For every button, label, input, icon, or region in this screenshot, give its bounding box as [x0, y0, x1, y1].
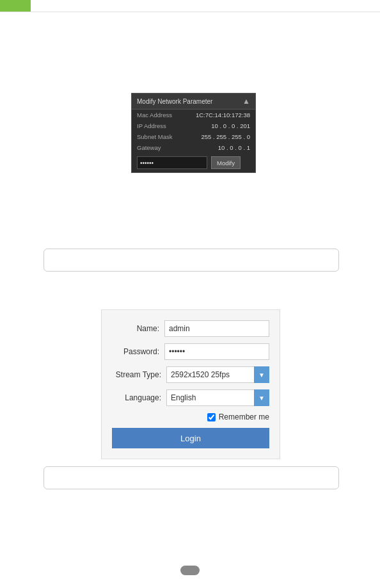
stream-type-arrow-icon: ▼	[254, 366, 269, 383]
mac-address-row: Mac Address 1C:7C:14:10:172:38	[132, 110, 255, 120]
modify-button[interactable]: Modify	[211, 156, 241, 169]
network-password-input[interactable]	[137, 156, 207, 169]
ip-address-value: 10 . 0 . 0 . 201	[211, 122, 250, 129]
stream-type-row: Stream Type: 2592x1520 25fps ▼	[112, 366, 269, 383]
language-value: English	[171, 393, 196, 402]
language-arrow-icon: ▼	[254, 389, 269, 406]
mac-address-value: 1C:7C:14:10:172:38	[196, 111, 250, 118]
dialog-title: Modify Network Parameter	[137, 98, 212, 105]
password-row: Password:	[112, 343, 269, 360]
login-form: Name: Password: Stream Type: 2592x1520 2…	[101, 309, 280, 459]
subnet-mask-label: Subnet Mask	[137, 133, 178, 140]
remember-me-label: Remember me	[219, 412, 269, 421]
top-bar	[0, 0, 31, 12]
remember-me-checkbox[interactable]	[207, 413, 216, 421]
top-divider	[0, 12, 380, 12]
ip-address-label: IP Address	[137, 122, 178, 129]
gateway-label: Gateway	[137, 144, 178, 151]
remember-me-row: Remember me	[112, 412, 269, 421]
name-input[interactable]	[164, 320, 269, 337]
gateway-value: 10 . 0 . 0 . 1	[218, 144, 250, 151]
bottom-text-box	[44, 466, 339, 489]
name-row: Name:	[112, 320, 269, 337]
dialog-header: Modify Network Parameter ▲	[132, 94, 255, 110]
name-label: Name:	[112, 324, 164, 333]
password-row: Modify	[132, 153, 255, 172]
login-button[interactable]: Login	[112, 428, 269, 448]
ip-address-row: IP Address 10 . 0 . 0 . 201	[132, 120, 255, 131]
page-indicator	[180, 566, 200, 575]
subnet-mask-value: 255 . 255 . 255 . 0	[201, 133, 250, 140]
dialog-collapse-icon[interactable]: ▲	[242, 97, 250, 106]
password-input[interactable]	[164, 343, 269, 360]
gateway-row: Gateway 10 . 0 . 0 . 1	[132, 142, 255, 153]
subnet-mask-row: Subnet Mask 255 . 255 . 255 . 0	[132, 131, 255, 142]
language-row: Language: English ▼	[112, 389, 269, 406]
stream-type-select[interactable]: 2592x1520 25fps ▼	[166, 366, 269, 383]
language-label: Language:	[112, 393, 166, 402]
stream-type-value: 2592x1520 25fps	[171, 370, 230, 379]
language-select[interactable]: English ▼	[166, 389, 269, 406]
top-text-box	[44, 249, 339, 272]
network-dialog: Modify Network Parameter ▲ Mac Address 1…	[131, 93, 256, 173]
password-label: Password:	[112, 347, 164, 356]
mac-address-label: Mac Address	[137, 111, 178, 118]
stream-type-label: Stream Type:	[112, 370, 166, 379]
